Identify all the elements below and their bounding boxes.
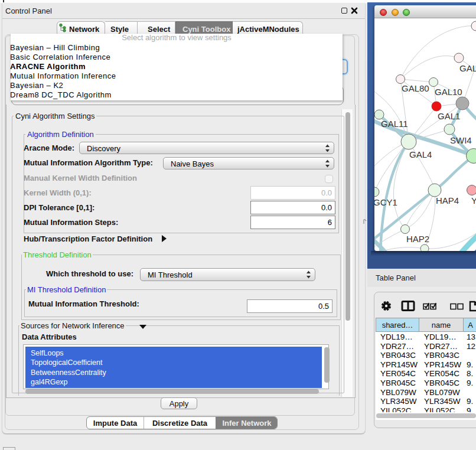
svg-text:GAL80: GAL80 (402, 83, 429, 93)
svg-text:HAP4: HAP4 (436, 195, 459, 206)
svg-text:GAL11: GAL11 (381, 119, 408, 129)
svg-text:GAL1: GAL1 (438, 111, 460, 121)
svg-text:GAL4: GAL4 (409, 149, 432, 159)
svg-text:GCY1: GCY1 (374, 197, 397, 207)
svg-text:GAL2: GAL2 (459, 63, 476, 73)
svg-text:HAP2: HAP2 (406, 234, 429, 244)
svg-text:SWI4: SWI4 (450, 135, 472, 145)
svg-text:YM: YM (471, 195, 476, 206)
svg-text:GAL10: GAL10 (435, 87, 462, 97)
